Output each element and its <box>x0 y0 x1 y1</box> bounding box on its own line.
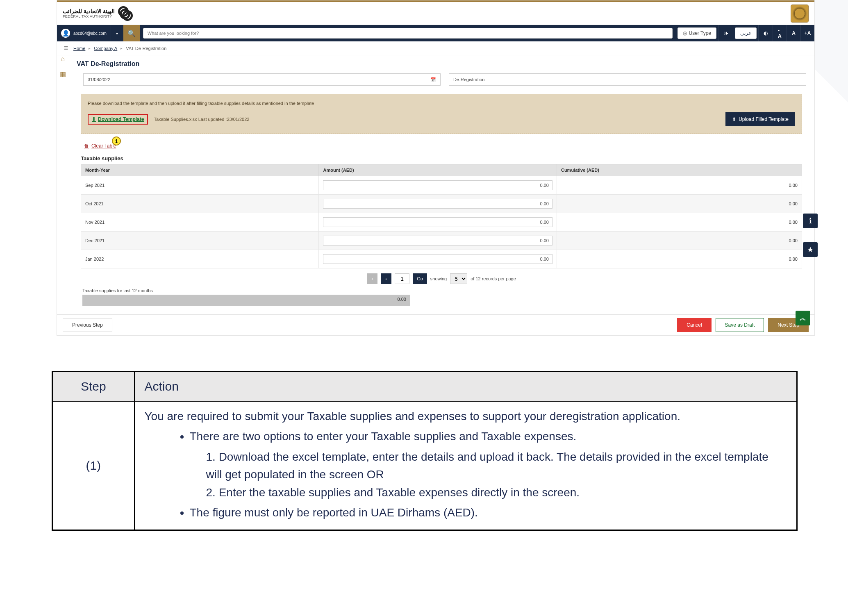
taxable-supplies-table: Month-Year Amount (AED) Cumulative (AED)… <box>81 164 802 268</box>
top-toolbar: 👤 abcd64@abc.com ▾ 🔍 ◎ User Type 🕪 عربي … <box>57 25 814 41</box>
chevron-right-icon: ▸ <box>89 46 91 50</box>
left-icon-strip: ⌂ ▦ <box>57 55 68 78</box>
amount-input[interactable] <box>323 254 552 264</box>
star-icon: ★ <box>807 245 814 254</box>
pager-showing-label: showing <box>430 276 447 281</box>
date-value: 31/08/2022 <box>88 77 110 82</box>
user-type-toggle[interactable]: ◎ User Type <box>677 27 716 39</box>
pager-page-input[interactable] <box>395 273 409 284</box>
banner-note: Please download the template and then up… <box>88 101 795 106</box>
info-float-button[interactable]: ℹ <box>803 214 818 228</box>
calendar-icon[interactable]: 📅 <box>430 77 436 82</box>
pager-go-button[interactable]: Go <box>413 273 427 284</box>
cancel-button[interactable]: Cancel <box>677 318 711 332</box>
fta-logo: الهيئة الاتحادية للضرائب FEDERAL TAX AUT… <box>63 6 133 21</box>
breadcrumb-current: VAT De-Registration <box>126 46 166 51</box>
table-row: Oct 2021 0.00 <box>81 195 802 213</box>
text-increase[interactable]: +A <box>800 25 814 41</box>
template-file-info: Taxable Supplies.xlsx Last updated :23/0… <box>154 117 249 122</box>
dereg-type-field[interactable]: De-Registration <box>449 73 806 86</box>
pager-per-page-select[interactable]: 5 <box>450 273 467 284</box>
search-icon: 🔍 <box>127 30 136 37</box>
app-screenshot: الهيئة الاتحادية للضرائب FEDERAL TAX AUT… <box>57 0 815 336</box>
effective-date-field[interactable]: 31/08/2022 📅 <box>83 73 441 86</box>
instruction-table: Step Action (1) You are required to subm… <box>52 371 798 531</box>
previous-step-button[interactable]: Previous Step <box>63 318 112 332</box>
cell-cumulative: 0.00 <box>557 176 802 195</box>
org-name-ar: الهيئة الاتحادية للضرائب <box>63 8 115 14</box>
download-template-link[interactable]: ⬇ Download Template <box>88 114 148 125</box>
apps-icon[interactable]: ▦ <box>60 70 66 78</box>
contrast-toggle[interactable]: ◐ <box>758 25 773 41</box>
amount-input[interactable] <box>323 199 552 209</box>
cell-cumulative: 0.00 <box>557 250 802 268</box>
contrast-icon: ◐ <box>764 30 768 36</box>
instr-action-cell: You are required to submit your Taxable … <box>134 401 797 530</box>
chevron-right-icon: ▸ <box>120 46 123 50</box>
cell-cumulative: 0.00 <box>557 195 802 213</box>
taxable-supplies-heading: Taxable supplies <box>81 155 806 161</box>
home-icon[interactable]: ⌂ <box>61 55 65 63</box>
main-panel: VAT De-Registration 31/08/2022 📅 De-Regi… <box>68 55 814 314</box>
instr-header-action: Action <box>134 372 797 402</box>
col-month-year: Month-Year <box>81 164 319 176</box>
cell-cumulative: 0.00 <box>557 232 802 250</box>
app-header: الهيئة الاتحادية للضرائب FEDERAL TAX AUT… <box>57 2 814 25</box>
amount-input[interactable] <box>323 180 552 190</box>
user-email: abcd64@abc.com <box>73 31 107 36</box>
info-icon: ℹ <box>809 216 812 225</box>
org-name-en: FEDERAL TAX AUTHORITY <box>63 14 115 18</box>
table-row: Nov 2021 0.00 <box>81 213 802 232</box>
user-type-label: User Type <box>689 30 711 36</box>
save-draft-button[interactable]: Save as Draft <box>716 318 764 332</box>
wizard-footer: Previous Step Cancel Save as Draft Next … <box>57 314 814 335</box>
pager-next-button[interactable]: › <box>381 273 391 284</box>
table-pager: ‹ › Go showing 5 of 12 records per page <box>77 273 806 284</box>
col-cumulative: Cumulative (AED) <box>557 164 802 176</box>
template-banner: Please download the template and then up… <box>81 94 802 134</box>
text-normal[interactable]: A <box>787 25 800 41</box>
search-button[interactable]: 🔍 <box>123 25 140 41</box>
amount-input[interactable] <box>323 217 552 227</box>
total-12m-value-box: 0.00 <box>82 295 410 306</box>
language-toggle[interactable]: عربي <box>735 27 757 39</box>
total-12m-value: 0.00 <box>398 297 406 302</box>
step-callout-1: 1 <box>112 136 121 145</box>
upload-icon: ⬆ <box>732 116 736 122</box>
instr-num2: 2. Enter the taxable supplies and Taxabl… <box>145 484 787 501</box>
star-float-button[interactable]: ★ <box>803 242 818 257</box>
audio-button[interactable]: 🕪 <box>718 25 733 41</box>
clear-table-label: Clear Table <box>91 143 116 149</box>
dereg-type-value: De-Registration <box>453 77 484 82</box>
user-menu[interactable]: 👤 abcd64@abc.com <box>57 25 111 41</box>
breadcrumb-home[interactable]: Home <box>73 46 85 51</box>
text-decrease[interactable]: -A <box>773 25 787 41</box>
instr-header-step: Step <box>52 372 134 402</box>
table-row: Sep 2021 0.00 <box>81 176 802 195</box>
cell-month: Jan 2022 <box>81 250 319 268</box>
instr-bullet: There are two options to enter your Taxa… <box>190 427 787 445</box>
upload-template-button[interactable]: ⬆ Upload Filled Template <box>725 112 795 126</box>
clear-table-link[interactable]: 🗑 Clear Table <box>84 143 116 149</box>
scroll-top-button[interactable]: ︽ <box>796 311 810 325</box>
table-row: Dec 2021 0.00 <box>81 232 802 250</box>
instr-para: You are required to submit your Taxable … <box>145 407 787 425</box>
instr-step-cell: (1) <box>52 401 134 530</box>
cell-cumulative: 0.00 <box>557 213 802 232</box>
breadcrumb-bar: ≡ Home ▸ Company A ▸ VAT De-Registration <box>57 41 814 55</box>
pager-tail-label: of 12 records per page <box>471 276 516 281</box>
pager-prev-button[interactable]: ‹ <box>367 273 377 284</box>
amount-input[interactable] <box>323 236 552 245</box>
instr-bullet: The figure must only be reported in UAE … <box>190 504 787 521</box>
cell-month: Nov 2021 <box>81 213 319 232</box>
col-amount: Amount (AED) <box>319 164 557 176</box>
global-search-input[interactable] <box>143 28 673 39</box>
download-template-label: Download Template <box>98 116 144 122</box>
logo-icon <box>118 6 133 21</box>
speaker-icon: 🕪 <box>723 30 728 36</box>
user-menu-chevron[interactable]: ▾ <box>111 25 123 41</box>
upload-template-label: Upload Filled Template <box>739 116 789 122</box>
chevron-up-icon: ︽ <box>800 314 806 323</box>
menu-icon[interactable]: ≡ <box>62 44 70 52</box>
breadcrumb-company[interactable]: Company A <box>94 46 117 51</box>
